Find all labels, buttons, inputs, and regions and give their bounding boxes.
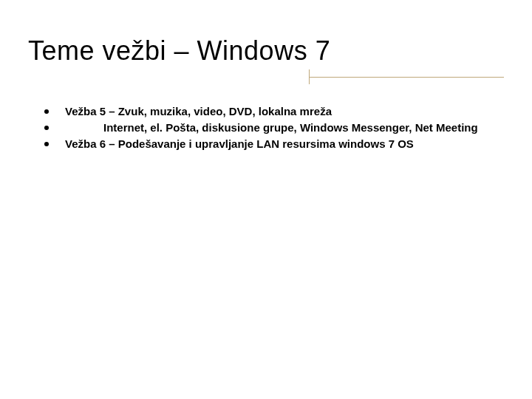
slide-title: Teme vežbi – Windows 7 [28, 35, 504, 66]
list-item-text: Vežba 5 – Zvuk, muzika, video, DVD, loka… [65, 103, 504, 120]
divider-line [310, 77, 504, 78]
bullet-icon [44, 109, 49, 114]
list-item: Vežba 6 – Podešavanje i upravljanje LAN … [44, 136, 504, 152]
bullet-icon [44, 126, 49, 130]
title-divider [28, 69, 504, 84]
bullet-list: Vežba 5 – Zvuk, muzika, video, DVD, loka… [28, 103, 504, 151]
bullet-icon [44, 142, 49, 146]
list-item: Vežba 5 – Zvuk, muzika, video, DVD, loka… [44, 103, 504, 120]
list-item-text: Internet, el. Pošta, diskusione grupe, W… [65, 120, 504, 136]
list-item-text: Vežba 6 – Podešavanje i upravljanje LAN … [65, 136, 504, 152]
list-item: Internet, el. Pošta, diskusione grupe, W… [44, 120, 504, 136]
